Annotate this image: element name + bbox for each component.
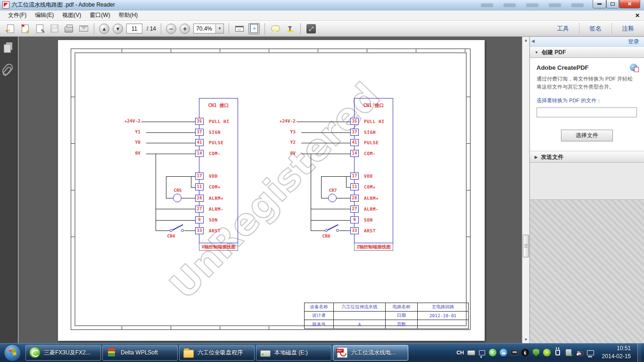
email-button[interactable] <box>78 23 89 34</box>
menu-view[interactable]: 视图(V) <box>58 10 85 20</box>
pin-name: ALRM+ <box>364 196 379 201</box>
menu-window[interactable]: 窗口(W) <box>85 10 114 20</box>
title-block-cell: 六工位拉伸流水线 <box>334 303 386 312</box>
volume-muted-icon[interactable] <box>576 349 584 357</box>
tab-tools[interactable]: 工具 <box>547 23 579 34</box>
pin-number: 37 <box>350 129 359 136</box>
pin-name: SON <box>364 217 373 222</box>
pin-name: PULSE <box>209 140 223 145</box>
close-button[interactable]: ✕ <box>619 0 640 8</box>
highlight-text-button[interactable] <box>284 23 296 34</box>
taskbar-app-local-disk[interactable]: 本地磁盘 (E:) <box>256 345 331 361</box>
power-plug-icon[interactable] <box>554 349 562 357</box>
zoom-level-value: 70.4% <box>194 24 215 33</box>
save-button[interactable] <box>49 23 60 34</box>
attachments-icon[interactable] <box>1 62 15 76</box>
menu-bar: 文件(F) 编辑(E) 视图(V) 窗口(W) 帮助(H) <box>0 10 644 21</box>
pin-name: VDD <box>364 173 373 179</box>
fullscreen-button[interactable] <box>305 23 317 34</box>
zoom-in-button[interactable] <box>180 24 190 34</box>
tab-comment[interactable]: 注释 <box>611 23 644 34</box>
zoom-level-select[interactable]: 70.4% <box>193 24 224 33</box>
sign-button[interactable]: ✎ <box>34 23 45 34</box>
print-button[interactable] <box>63 23 74 34</box>
pdf-badge: PDF <box>336 349 344 353</box>
page-number-input[interactable]: 11 <box>126 24 142 33</box>
security-shield-icon[interactable] <box>532 349 540 357</box>
chevron-down-icon[interactable] <box>215 24 223 33</box>
pdf-page: UnRegistered CN1 接口 X轴控制端接线图 +24V-2 Y1 Y… <box>58 40 485 341</box>
zoom-out-button[interactable] <box>166 24 176 34</box>
relay-switch-label: CR6 <box>318 233 335 239</box>
start-button[interactable] <box>4 344 21 362</box>
windows-flag-icon <box>8 349 17 356</box>
title-block-cell: 电路名称 <box>386 303 418 312</box>
scrollbar-thumb[interactable] <box>523 235 529 257</box>
pin-name: COM+ <box>209 184 221 189</box>
createpdf-description: 通过付费订阅，将文件转换为 PDF 并轻松将这些文件与其它文件类型合并。 <box>537 75 637 90</box>
language-indicator[interactable]: CH <box>456 349 464 357</box>
pin-number: 41 <box>195 139 204 146</box>
usb-device-icon[interactable] <box>565 349 573 357</box>
tab-sign[interactable]: 签名 <box>579 23 611 34</box>
signal-label: 0V <box>115 150 140 156</box>
scroll-up-icon[interactable] <box>523 37 529 44</box>
fit-width-button[interactable] <box>234 23 245 34</box>
pin-name: PULL HI <box>209 119 230 124</box>
clock[interactable]: 10:51 2014-02-15 <box>597 345 635 361</box>
signal-label: Y0 <box>115 140 140 145</box>
z-axis-connector-diagram: CN1 接口 Z轴控制端接线图 +24V-2 Y3 Y2 0V 35 PULL … <box>270 97 397 243</box>
create-pdf-content: Adobe CreatePDF 通过付费订阅，将文件转换为 PDF 并轻松将这些… <box>530 58 644 151</box>
minimize-button[interactable] <box>593 0 606 8</box>
pin-name: VDD <box>209 173 218 179</box>
menu-help[interactable]: 帮助(H) <box>115 10 142 20</box>
pin-number: 33 <box>350 227 359 234</box>
relay-coil-label: CR5 <box>169 188 186 193</box>
pin-name: PULL HI <box>364 119 385 124</box>
navigation-rail <box>0 37 18 343</box>
signal-label: +24V-2 <box>270 118 296 123</box>
menu-file[interactable]: 文件(F) <box>4 10 31 20</box>
collapse-panel-icon[interactable] <box>531 39 535 43</box>
sign-in-link[interactable]: 登录 <box>628 38 639 46</box>
show-hidden-icons-button[interactable] <box>478 349 486 357</box>
create-pdf-section-header[interactable]: ▼ 创建 PDF <box>530 47 644 58</box>
page-thumbnails-icon[interactable] <box>4 42 13 53</box>
qq-icon[interactable] <box>521 349 529 357</box>
network-icon[interactable] <box>586 349 594 357</box>
signal-label: Y1 <box>115 129 140 134</box>
taskbar-app-wplsoft[interactable]: Delta WPLSoft <box>102 345 178 361</box>
previous-page-button[interactable] <box>99 24 109 34</box>
show-desktop-button[interactable] <box>637 343 641 362</box>
title-block-cell: 设计者 <box>305 312 334 320</box>
scroll-down-icon[interactable] <box>523 336 529 343</box>
chat-app-icon[interactable] <box>500 349 508 357</box>
pin-number: 27 <box>195 206 204 213</box>
close-document-icon[interactable] <box>634 12 641 19</box>
browser-icon <box>30 347 40 358</box>
keyboard-icon[interactable] <box>467 349 475 357</box>
menu-edit[interactable]: 编辑(E) <box>31 10 58 20</box>
next-page-button[interactable] <box>113 24 123 34</box>
send-files-section-header[interactable]: ▶ 发送文件 <box>530 151 644 163</box>
comment-button[interactable] <box>270 23 281 34</box>
display-app-icon[interactable] <box>511 349 519 357</box>
tray-time: 10:51 <box>602 345 631 353</box>
title-block-cell: 主电路回路 <box>418 303 468 312</box>
delta-wplsoft-icon <box>107 347 117 358</box>
vertical-scrollbar[interactable] <box>522 37 529 343</box>
taskbar-app-browser[interactable]: 三菱FX3U及FX2... <box>25 345 101 361</box>
create-pdf-button[interactable]: ⚑★ <box>19 23 31 34</box>
file-path-input[interactable] <box>537 107 637 117</box>
adobe-reader-icon <box>2 1 9 8</box>
taskbar-app-pdf-active[interactable]: PDF 六工位流水线电... <box>333 345 408 361</box>
page-total-label: / 14 <box>147 25 156 32</box>
taskbar-app-folder[interactable]: 六工位全吸盘程序 <box>179 345 255 361</box>
choose-file-button[interactable]: 选择文件 <box>561 130 613 141</box>
open-file-button[interactable]: ↪ <box>5 23 16 34</box>
antivirus-plus-icon[interactable]: + <box>543 349 551 357</box>
window-title: 六工位流水线电路图 .pdf - Adobe Reader <box>12 1 115 9</box>
k-app-icon[interactable]: K <box>489 349 497 357</box>
restore-button[interactable] <box>606 0 619 8</box>
fit-page-button[interactable] <box>248 23 260 34</box>
